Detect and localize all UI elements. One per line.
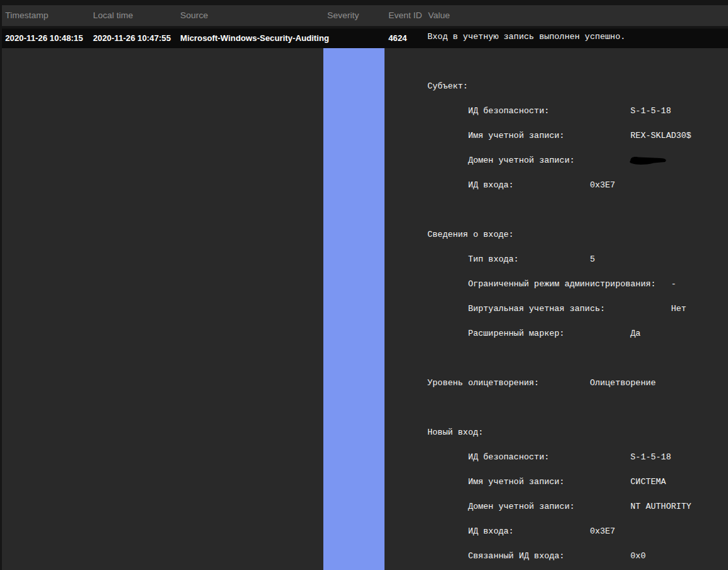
left-edge-divider: [0, 0, 2, 570]
row-local-time: 2020-11-26 10:47:55: [93, 29, 171, 48]
column-header-local-time[interactable]: Local time: [93, 5, 133, 26]
row-timestamp: 2020-11-26 10:48:15: [5, 29, 83, 48]
column-header-source[interactable]: Source: [180, 5, 208, 26]
column-header-event-id[interactable]: Event ID: [388, 5, 422, 26]
column-header-value[interactable]: Value: [428, 5, 450, 26]
row-event-id: 4624: [388, 29, 407, 48]
event-message: Вход в учетную запись выполнен успешно. …: [427, 25, 692, 569]
column-header-timestamp[interactable]: Timestamp: [5, 5, 48, 26]
redaction-blob: [628, 154, 669, 167]
severity-column-highlight: Success Audit: [323, 29, 384, 570]
event-log-viewer: Success Audit 2020-11-26 10:48:15 2020-1…: [0, 0, 728, 570]
column-header-severity[interactable]: Severity: [327, 5, 359, 26]
table-header: Timestamp Local time Source Severity Eve…: [0, 5, 728, 26]
row-source: Microsoft-Windows-Security-Auditing: [180, 29, 329, 48]
